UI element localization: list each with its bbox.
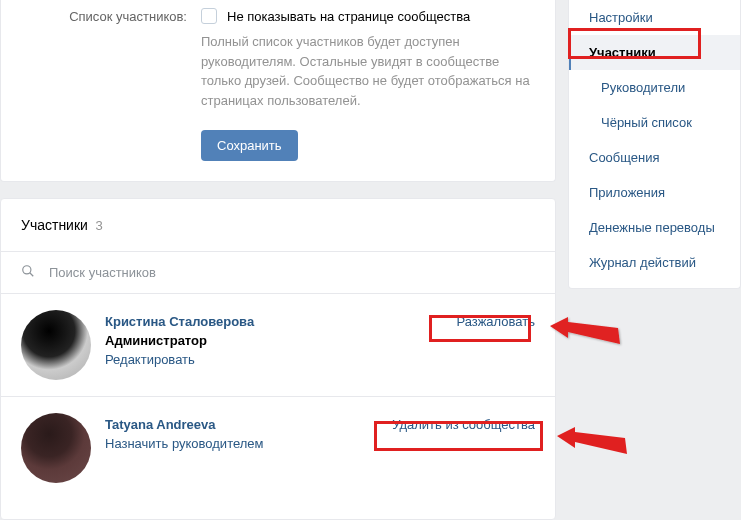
help-text: Полный список участников будет доступен … xyxy=(201,32,535,110)
nav-settings[interactable]: Настройки xyxy=(569,0,740,35)
nav-messages[interactable]: Сообщения xyxy=(569,140,740,175)
participants-header: Участники 3 xyxy=(1,199,555,252)
settings-panel: Список участников: Не показывать на стра… xyxy=(0,0,556,182)
field-label: Список участников: xyxy=(21,8,201,110)
side-nav: Настройки Участники Руководители Чёрный … xyxy=(568,0,741,289)
nav-participants[interactable]: Участники xyxy=(569,35,740,70)
avatar[interactable] xyxy=(21,413,91,483)
nav-managers[interactable]: Руководители xyxy=(569,70,740,105)
remove-link[interactable]: Удалить из сообщества xyxy=(392,417,535,432)
participants-panel: Участники 3 Кристина Сталоверова Админис… xyxy=(0,198,556,520)
search-bar xyxy=(1,252,555,294)
nav-log[interactable]: Журнал действий xyxy=(569,245,740,280)
avatar[interactable] xyxy=(21,310,91,380)
search-input[interactable] xyxy=(49,265,535,280)
nav-blacklist[interactable]: Чёрный список xyxy=(569,105,740,140)
member-row: Кристина Сталоверова Администратор Редак… xyxy=(1,294,555,397)
nav-apps[interactable]: Приложения xyxy=(569,175,740,210)
save-button[interactable]: Сохранить xyxy=(201,130,298,161)
member-row: Tatyana Andreeva Назначить руководителем… xyxy=(1,397,555,499)
assign-admin-link[interactable]: Назначить руководителем xyxy=(105,436,392,451)
checkbox-label: Не показывать на странице сообщества xyxy=(227,9,470,24)
search-icon xyxy=(21,264,35,281)
member-name-link[interactable]: Кристина Сталоверова xyxy=(105,314,456,329)
edit-link[interactable]: Редактировать xyxy=(105,352,456,367)
participants-count: 3 xyxy=(96,218,103,233)
svg-point-0 xyxy=(23,266,31,274)
member-role: Администратор xyxy=(105,333,456,348)
member-name-link[interactable]: Tatyana Andreeva xyxy=(105,417,392,432)
hide-members-checkbox[interactable] xyxy=(201,8,217,24)
svg-line-1 xyxy=(30,273,34,277)
demote-link[interactable]: Разжаловать xyxy=(456,314,535,329)
nav-money[interactable]: Денежные переводы xyxy=(569,210,740,245)
participants-title: Участники xyxy=(21,217,88,233)
